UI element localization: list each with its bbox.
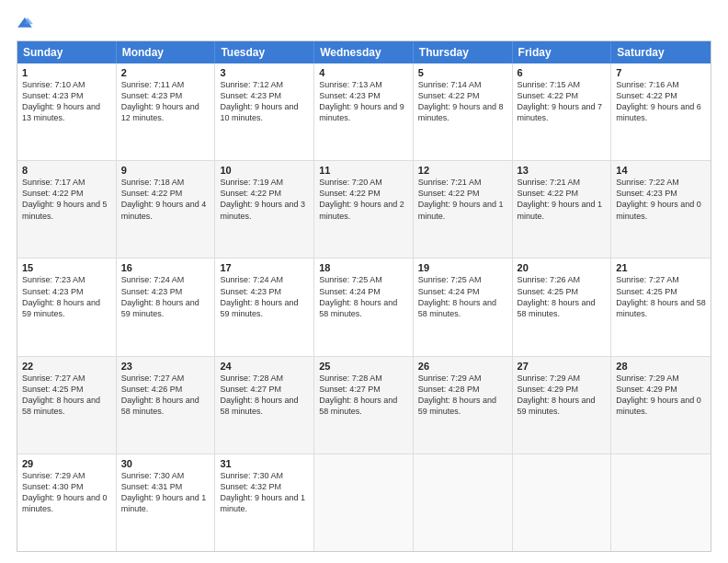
calendar-cell: 16Sunrise: 7:24 AMSunset: 4:23 PMDayligh… — [117, 259, 216, 355]
calendar-row: 29Sunrise: 7:29 AMSunset: 4:30 PMDayligh… — [17, 454, 711, 551]
calendar-row: 8Sunrise: 7:17 AMSunset: 4:22 PMDaylight… — [17, 160, 711, 258]
cell-details: Sunrise: 7:27 AMSunset: 4:25 PMDaylight:… — [616, 274, 706, 319]
day-number: 7 — [616, 67, 706, 78]
cell-details: Sunrise: 7:23 AMSunset: 4:23 PMDaylight:… — [22, 274, 111, 319]
calendar-cell: 22Sunrise: 7:27 AMSunset: 4:25 PMDayligh… — [17, 357, 117, 454]
calendar-cell: 26Sunrise: 7:29 AMSunset: 4:28 PMDayligh… — [414, 357, 513, 454]
calendar-row: 15Sunrise: 7:23 AMSunset: 4:23 PMDayligh… — [17, 258, 711, 355]
calendar-cell: 21Sunrise: 7:27 AMSunset: 4:25 PMDayligh… — [611, 259, 711, 355]
header-cell-sunday: Sunday — [17, 41, 117, 63]
calendar-cell: 5Sunrise: 7:14 AMSunset: 4:22 PMDaylight… — [414, 63, 513, 160]
calendar-cell: 14Sunrise: 7:22 AMSunset: 4:23 PMDayligh… — [611, 161, 711, 258]
day-number: 19 — [418, 262, 507, 273]
day-number: 16 — [121, 262, 210, 273]
calendar-cell: 9Sunrise: 7:18 AMSunset: 4:22 PMDaylight… — [117, 161, 216, 258]
day-number: 3 — [220, 67, 309, 78]
day-number: 5 — [418, 67, 507, 78]
day-number: 17 — [220, 262, 309, 273]
day-number: 9 — [121, 165, 210, 176]
day-number: 26 — [418, 361, 507, 372]
calendar-cell: 4Sunrise: 7:13 AMSunset: 4:23 PMDaylight… — [314, 63, 414, 160]
cell-details: Sunrise: 7:11 AMSunset: 4:23 PMDaylight:… — [121, 79, 210, 124]
cell-details: Sunrise: 7:25 AMSunset: 4:24 PMDaylight:… — [418, 274, 507, 319]
calendar-cell: 10Sunrise: 7:19 AMSunset: 4:22 PMDayligh… — [215, 161, 314, 258]
calendar-cell: 3Sunrise: 7:12 AMSunset: 4:23 PMDaylight… — [215, 63, 314, 160]
calendar-cell: 17Sunrise: 7:24 AMSunset: 4:23 PMDayligh… — [215, 259, 314, 355]
cell-details: Sunrise: 7:29 AMSunset: 4:28 PMDaylight:… — [418, 373, 507, 418]
header-cell-saturday: Saturday — [611, 41, 711, 63]
cell-details: Sunrise: 7:21 AMSunset: 4:22 PMDaylight:… — [518, 177, 607, 222]
day-number: 8 — [22, 165, 111, 176]
calendar-cell — [414, 454, 513, 551]
cell-details: Sunrise: 7:20 AMSunset: 4:22 PMDaylight:… — [319, 177, 408, 222]
day-number: 4 — [319, 67, 408, 78]
day-number: 31 — [220, 458, 309, 469]
cell-details: Sunrise: 7:24 AMSunset: 4:23 PMDaylight:… — [121, 274, 210, 319]
day-number: 24 — [220, 361, 309, 372]
calendar-cell: 15Sunrise: 7:23 AMSunset: 4:23 PMDayligh… — [17, 259, 117, 355]
calendar-row: 1Sunrise: 7:10 AMSunset: 4:23 PMDaylight… — [17, 63, 711, 160]
calendar-cell: 11Sunrise: 7:20 AMSunset: 4:22 PMDayligh… — [314, 161, 414, 258]
calendar-cell: 19Sunrise: 7:25 AMSunset: 4:24 PMDayligh… — [414, 259, 513, 355]
header-cell-tuesday: Tuesday — [215, 41, 314, 63]
day-number: 1 — [22, 67, 111, 78]
calendar: SundayMondayTuesdayWednesdayThursdayFrid… — [17, 40, 711, 552]
calendar-cell: 6Sunrise: 7:15 AMSunset: 4:22 PMDaylight… — [513, 63, 612, 160]
cell-details: Sunrise: 7:30 AMSunset: 4:32 PMDaylight:… — [220, 470, 309, 515]
day-number: 25 — [319, 361, 408, 372]
day-number: 15 — [22, 262, 111, 273]
cell-details: Sunrise: 7:16 AMSunset: 4:22 PMDaylight:… — [616, 79, 706, 124]
cell-details: Sunrise: 7:10 AMSunset: 4:23 PMDaylight:… — [22, 79, 111, 124]
day-number: 30 — [121, 458, 210, 469]
cell-details: Sunrise: 7:30 AMSunset: 4:31 PMDaylight:… — [121, 470, 210, 515]
header-cell-friday: Friday — [513, 41, 612, 63]
calendar-cell: 18Sunrise: 7:25 AMSunset: 4:24 PMDayligh… — [314, 259, 414, 355]
cell-details: Sunrise: 7:29 AMSunset: 4:29 PMDaylight:… — [616, 373, 706, 418]
day-number: 10 — [220, 165, 309, 176]
header-cell-thursday: Thursday — [414, 41, 513, 63]
cell-details: Sunrise: 7:17 AMSunset: 4:22 PMDaylight:… — [22, 177, 111, 222]
header — [17, 15, 711, 31]
day-number: 22 — [22, 361, 111, 372]
calendar-cell: 8Sunrise: 7:17 AMSunset: 4:22 PMDaylight… — [17, 161, 117, 258]
cell-details: Sunrise: 7:27 AMSunset: 4:25 PMDaylight:… — [22, 373, 111, 418]
header-cell-wednesday: Wednesday — [314, 41, 414, 63]
calendar-cell: 29Sunrise: 7:29 AMSunset: 4:30 PMDayligh… — [17, 454, 117, 551]
calendar-cell: 24Sunrise: 7:28 AMSunset: 4:27 PMDayligh… — [215, 357, 314, 454]
day-number: 28 — [616, 361, 706, 372]
calendar-cell: 12Sunrise: 7:21 AMSunset: 4:22 PMDayligh… — [414, 161, 513, 258]
cell-details: Sunrise: 7:12 AMSunset: 4:23 PMDaylight:… — [220, 79, 309, 124]
calendar-cell: 25Sunrise: 7:28 AMSunset: 4:27 PMDayligh… — [314, 357, 414, 454]
calendar-cell — [314, 454, 414, 551]
calendar-row: 22Sunrise: 7:27 AMSunset: 4:25 PMDayligh… — [17, 356, 711, 454]
cell-details: Sunrise: 7:13 AMSunset: 4:23 PMDaylight:… — [319, 79, 408, 124]
calendar-cell: 7Sunrise: 7:16 AMSunset: 4:22 PMDaylight… — [611, 63, 711, 160]
logo-icon — [17, 15, 33, 31]
cell-details: Sunrise: 7:27 AMSunset: 4:26 PMDaylight:… — [121, 373, 210, 418]
day-number: 11 — [319, 165, 408, 176]
calendar-cell — [611, 454, 711, 551]
calendar-cell: 27Sunrise: 7:29 AMSunset: 4:29 PMDayligh… — [513, 357, 612, 454]
day-number: 12 — [418, 165, 507, 176]
cell-details: Sunrise: 7:19 AMSunset: 4:22 PMDaylight:… — [220, 177, 309, 222]
cell-details: Sunrise: 7:24 AMSunset: 4:23 PMDaylight:… — [220, 274, 309, 319]
cell-details: Sunrise: 7:21 AMSunset: 4:22 PMDaylight:… — [418, 177, 507, 222]
day-number: 23 — [121, 361, 210, 372]
day-number: 6 — [518, 67, 607, 78]
day-number: 27 — [518, 361, 607, 372]
day-number: 18 — [319, 262, 408, 273]
calendar-cell: 28Sunrise: 7:29 AMSunset: 4:29 PMDayligh… — [611, 357, 711, 454]
calendar-cell: 1Sunrise: 7:10 AMSunset: 4:23 PMDaylight… — [17, 63, 117, 160]
calendar-header: SundayMondayTuesdayWednesdayThursdayFrid… — [17, 41, 711, 63]
calendar-cell: 23Sunrise: 7:27 AMSunset: 4:26 PMDayligh… — [117, 357, 216, 454]
calendar-cell: 20Sunrise: 7:26 AMSunset: 4:25 PMDayligh… — [513, 259, 612, 355]
cell-details: Sunrise: 7:15 AMSunset: 4:22 PMDaylight:… — [518, 79, 607, 124]
cell-details: Sunrise: 7:26 AMSunset: 4:25 PMDaylight:… — [518, 274, 607, 319]
page: SundayMondayTuesdayWednesdayThursdayFrid… — [0, 0, 728, 563]
cell-details: Sunrise: 7:29 AMSunset: 4:29 PMDaylight:… — [518, 373, 607, 418]
cell-details: Sunrise: 7:14 AMSunset: 4:22 PMDaylight:… — [418, 79, 507, 124]
day-number: 20 — [518, 262, 607, 273]
calendar-cell: 2Sunrise: 7:11 AMSunset: 4:23 PMDaylight… — [117, 63, 216, 160]
header-cell-monday: Monday — [117, 41, 216, 63]
day-number: 13 — [518, 165, 607, 176]
